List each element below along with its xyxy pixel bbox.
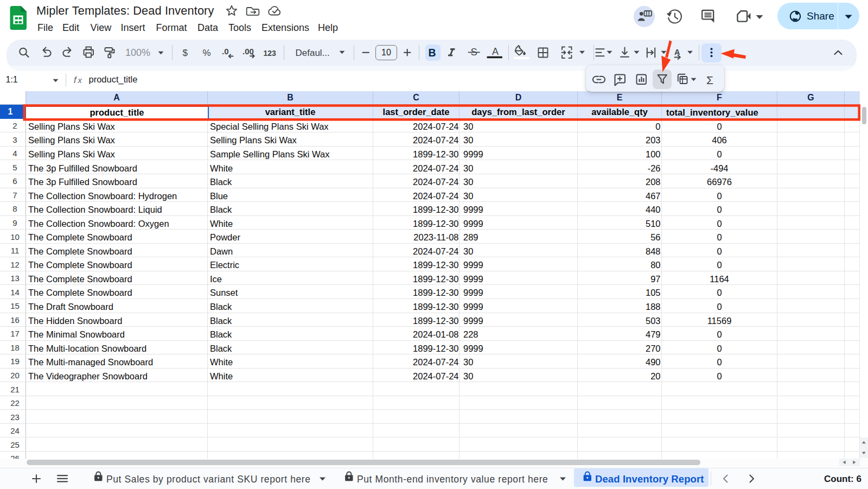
svg-text:Σ: Σ xyxy=(706,74,713,86)
svg-text:A: A xyxy=(674,48,680,56)
svg-text:f: f xyxy=(74,75,78,85)
svg-text:x: x xyxy=(78,76,82,85)
